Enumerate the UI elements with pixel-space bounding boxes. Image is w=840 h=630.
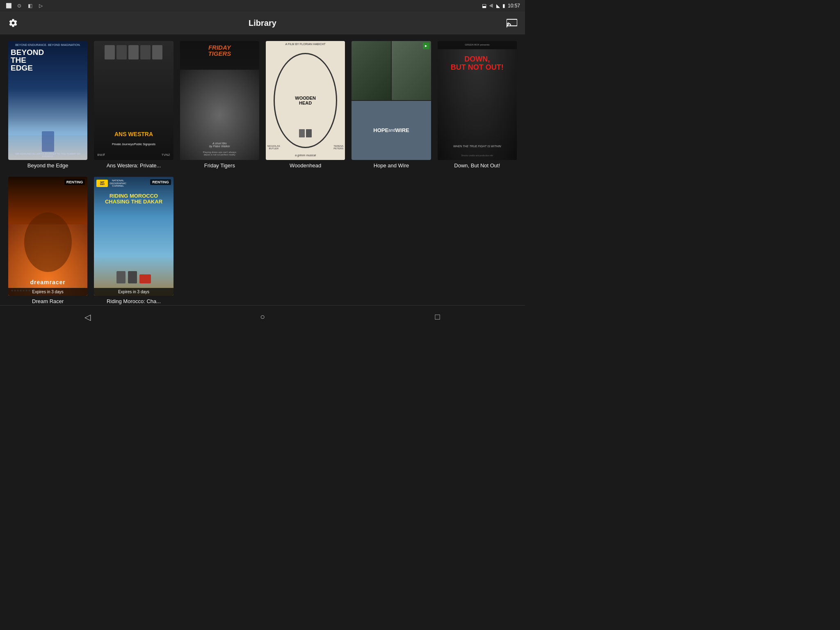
poster-hope-and-wire: HOPEandWIRE ▶	[352, 41, 431, 160]
wifi-icon: ◣	[496, 3, 500, 9]
bookmark-icon: ◧	[26, 2, 34, 9]
status-icons-right: ⬓ ⫷ ◣ ▮ 10:57	[482, 3, 520, 9]
status-icons-left: ⬜ ⊙ ◧ ▷	[5, 2, 44, 9]
battery-icon: ▮	[502, 3, 505, 9]
movie-item-ans-westra[interactable]: ANS WESTRA Private Journeys/Public Signp…	[94, 41, 173, 169]
movie-grid-row2: RENTING dreamracer ★★★★★★★★ Expires in 3…	[8, 177, 517, 304]
renting-badge-riding: RENTING	[150, 179, 171, 185]
movie-item-riding-morocco[interactable]: NATGEO NATIONALGEOGRAPHICCHANNEL RENTING…	[94, 177, 173, 304]
poster-friday-tigers: FRIDAYTIGERS A short filmby Pidee Walker…	[180, 41, 259, 160]
poster-dream-racer: RENTING dreamracer ★★★★★★★★ Expires in 3…	[8, 177, 87, 296]
expires-badge-riding: Expires in 3 days	[94, 288, 173, 296]
expires-badge-dream: Expires in 3 days	[8, 288, 87, 296]
movie-title-dream-racer: Dream Racer	[8, 298, 87, 304]
page-title: Library	[249, 18, 276, 28]
photo-icon: ⬜	[5, 2, 12, 9]
cast-button[interactable]	[505, 16, 518, 30]
poster-ans-westra: ANS WESTRA Private Journeys/Public Signp…	[94, 41, 173, 160]
renting-badge-dream: RENTING	[64, 179, 85, 185]
movie-item-dream-racer[interactable]: RENTING dreamracer ★★★★★★★★ Expires in 3…	[8, 177, 87, 304]
movie-title-woodenhead: Woodenhead	[266, 162, 345, 169]
radio-icon: ⊙	[16, 2, 23, 9]
bottom-navigation: ◁ ○ □	[0, 305, 525, 328]
time-display: 10:57	[508, 3, 520, 9]
movie-item-hope-and-wire[interactable]: HOPEandWIRE ▶ Hope and Wire	[352, 41, 431, 169]
movie-item-woodenhead[interactable]: A FILM BY FLORIAN HABICHT WOODENHEAD NIC…	[266, 41, 345, 169]
signal-icon: ⫷	[489, 3, 494, 9]
movie-item-friday-tigers[interactable]: FRIDAYTIGERS A short filmby Pidee Walker…	[180, 41, 259, 169]
movie-title-down-but-not-out: Down, But Not Out!	[438, 162, 517, 169]
movie-title-ans-westra: Ans Westera: Private...	[94, 162, 173, 169]
movie-title-riding-morocco: Riding Morocco: Cha...	[94, 298, 173, 304]
back-button[interactable]: ◁	[79, 309, 96, 325]
movie-item-down-but-not-out[interactable]: GREEN BOX presents DOWN,BUT NOT OUT! WHE…	[438, 41, 517, 169]
poster-down-but-not-out: GREEN BOX presents DOWN,BUT NOT OUT! WHE…	[438, 41, 517, 160]
movie-title-friday-tigers: Friday Tigers	[180, 162, 259, 169]
settings-button[interactable]	[7, 16, 20, 30]
movie-title-hope-and-wire: Hope and Wire	[352, 162, 431, 169]
movie-title-beyond-edge: Beyond the Edge	[8, 162, 87, 169]
poster-riding-morocco: NATGEO NATIONALGEOGRAPHICCHANNEL RENTING…	[94, 177, 173, 296]
movie-grid-row1: BEYOND ENDURANCE. BEYOND IMAGINATION. BE…	[8, 41, 517, 169]
status-bar: ⬜ ⊙ ◧ ▷ ⬓ ⫷ ◣ ▮ 10:57	[0, 0, 525, 11]
poster-woodenhead: A FILM BY FLORIAN HABICHT WOODENHEAD NIC…	[266, 41, 345, 160]
library-content: BEYOND ENDURANCE. BEYOND IMAGINATION. BE…	[0, 34, 525, 305]
movie-item-beyond-edge[interactable]: BEYOND ENDURANCE. BEYOND IMAGINATION. BE…	[8, 41, 87, 169]
top-bar: Library	[0, 11, 525, 34]
poster-beyond-edge: BEYOND ENDURANCE. BEYOND IMAGINATION. BE…	[8, 41, 87, 160]
home-button[interactable]: ○	[254, 309, 271, 325]
bluetooth-icon: ⬓	[482, 3, 486, 9]
play-icon: ▷	[37, 2, 44, 9]
recents-button[interactable]: □	[429, 309, 446, 325]
